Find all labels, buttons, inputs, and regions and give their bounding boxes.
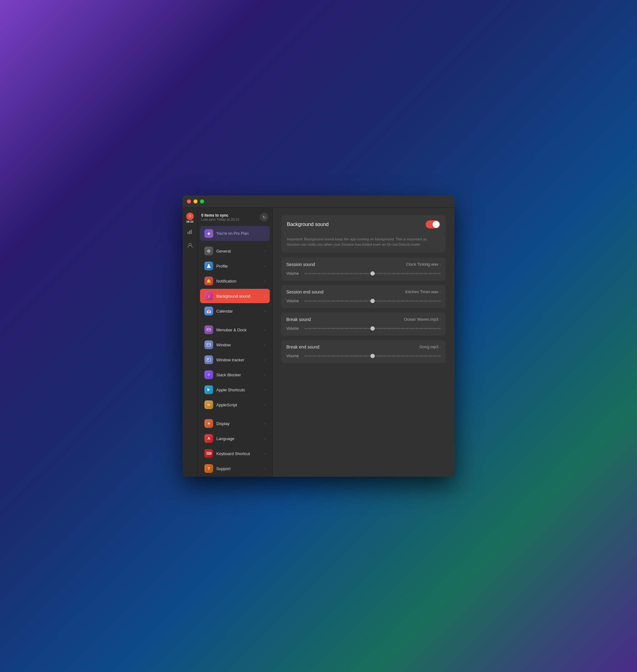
notification-icon: 🔔 <box>204 277 213 285</box>
sidebar-item-language[interactable]: A Language › <box>200 431 270 446</box>
tick <box>384 273 384 274</box>
break-sound-volume-row: Volume <box>286 326 441 331</box>
tick <box>365 273 366 274</box>
tick <box>319 328 320 329</box>
sidebar-item-applescript[interactable]: fx AppleScript › <box>200 398 270 412</box>
tick <box>393 355 394 357</box>
tick <box>338 328 338 329</box>
tick <box>421 328 421 329</box>
tick <box>435 328 435 329</box>
minimize-button[interactable] <box>194 199 198 203</box>
sidebar-item-window-tracker[interactable]: Window tracker › <box>200 352 270 367</box>
sidebar-item-calendar-label: Calendar <box>216 309 261 313</box>
tick <box>365 300 366 302</box>
tick <box>347 273 347 274</box>
break-end-sound-slider-handle[interactable] <box>370 354 375 358</box>
timer-icon: ⏱ <box>186 213 194 220</box>
tick <box>440 355 440 357</box>
display-icon: ☀ <box>204 419 213 428</box>
session-end-sound-slider-handle[interactable] <box>370 299 375 303</box>
background-sound-header: Background sound <box>281 215 446 234</box>
break-sound-slider-handle[interactable] <box>370 326 375 331</box>
session-sound-filename: Clock Ticking.wav <box>406 262 438 267</box>
break-sound-card: Break sound Ocean Waves.mp3 › Volume <box>281 312 446 336</box>
break-end-sound-value-button[interactable]: Gong.mp3 › <box>419 344 441 349</box>
sidebar-item-keyboard-shortcut-label: Keyboard Shortcut <box>216 451 261 456</box>
maximize-button[interactable] <box>200 199 204 203</box>
svg-rect-10 <box>207 358 211 361</box>
tick <box>426 328 426 329</box>
sidebar-item-slack-blocker-label: Slack Blocker <box>216 373 261 377</box>
tick <box>314 273 315 274</box>
tick <box>421 300 421 302</box>
tick <box>388 355 389 357</box>
sync-title: 0 items to sync <box>201 213 239 218</box>
session-end-sound-volume-row: Volume <box>286 298 441 304</box>
slack-blocker-icon: # <box>204 370 213 379</box>
sidebar-item-slack-blocker[interactable]: # Slack Blocker › <box>200 367 270 382</box>
language-icon: A <box>204 434 213 443</box>
tick <box>347 355 347 357</box>
sidebar-item-notification[interactable]: 🔔 Notification › <box>200 274 270 288</box>
sidebar-item-background-sound[interactable]: ♪ Background sound › <box>200 289 270 303</box>
break-end-sound-filename: Gong.mp3 <box>419 344 438 349</box>
chart-strip-item[interactable] <box>185 226 195 237</box>
tick <box>398 355 398 357</box>
sidebar-item-general[interactable]: ⚙ General › <box>200 244 270 258</box>
sidebar-item-window[interactable]: Window › <box>200 338 270 352</box>
pro-chevron-icon: › <box>264 232 266 235</box>
tick <box>356 355 356 357</box>
tick <box>305 273 305 274</box>
session-sound-volume-slider[interactable] <box>305 271 441 276</box>
background-sound-toggle[interactable] <box>426 220 440 229</box>
tick <box>388 273 389 274</box>
tick <box>333 328 333 329</box>
tick <box>379 355 380 357</box>
sidebar-item-apple-shortcuts[interactable]: Apple Shortcuts › <box>200 383 270 397</box>
close-button[interactable] <box>187 199 191 203</box>
break-end-sound-volume-slider[interactable] <box>305 353 441 359</box>
sidebar-item-menubar-dock[interactable]: Menubar & Dock › <box>200 323 270 337</box>
tick <box>361 273 361 274</box>
slack-blocker-chevron-icon: › <box>264 373 266 377</box>
break-sound-volume-slider[interactable] <box>305 326 441 331</box>
tick <box>356 328 356 329</box>
tick <box>421 273 421 274</box>
tick <box>361 355 361 357</box>
sidebar-item-profile[interactable]: Profile › <box>200 259 270 273</box>
sidebar-item-keyboard-shortcut[interactable]: ⌨ Keyboard Shortcut › <box>200 446 270 461</box>
window-tracker-chevron-icon: › <box>264 358 266 362</box>
menubar-icon <box>204 325 213 334</box>
tick <box>324 355 324 357</box>
tick <box>324 328 324 329</box>
session-end-sound-value-button[interactable]: Kitchen Timer.wav › <box>405 289 441 294</box>
timer-strip-item[interactable]: ⏱ 26:22 <box>185 213 195 223</box>
tick <box>384 328 384 329</box>
break-sound-value-button[interactable]: Ocean Waves.mp3 › <box>404 317 441 322</box>
tick <box>435 273 435 274</box>
tick <box>333 300 333 302</box>
sidebar-item-support[interactable]: ? Support › <box>200 461 270 476</box>
break-sound-filename: Ocean Waves.mp3 <box>404 317 438 322</box>
profile-chevron-icon: › <box>264 264 266 268</box>
pro-plan-banner[interactable]: ★ You're on Pro Plan › <box>200 226 270 241</box>
user-strip-item[interactable] <box>185 240 195 250</box>
tick <box>338 273 338 274</box>
sidebar-item-display[interactable]: ☀ Display › <box>200 416 270 431</box>
break-end-sound-header: Break end sound Gong.mp3 › <box>286 344 441 349</box>
tick <box>356 273 356 274</box>
applescript-icon: fx <box>204 400 213 409</box>
sidebar: 0 items to sync Last sync Today at 20:10… <box>198 208 273 477</box>
sidebar-item-calendar[interactable]: 📅 Calendar › <box>200 304 270 318</box>
sync-refresh-button[interactable]: ↻ <box>260 213 269 222</box>
sidebar-item-window-label: Window <box>216 343 261 347</box>
support-icon: ? <box>204 464 213 473</box>
sidebar-item-more[interactable]: › <box>200 476 270 477</box>
tick <box>338 300 338 302</box>
background-sound-chevron-icon: › <box>264 294 266 298</box>
session-sound-slider-handle[interactable] <box>370 271 375 276</box>
session-end-sound-filename: Kitchen Timer.wav <box>405 289 438 294</box>
session-end-sound-volume-slider[interactable] <box>305 298 441 304</box>
session-sound-value-button[interactable]: Clock Ticking.wav › <box>406 262 441 267</box>
background-sound-title: Background sound <box>287 222 328 227</box>
